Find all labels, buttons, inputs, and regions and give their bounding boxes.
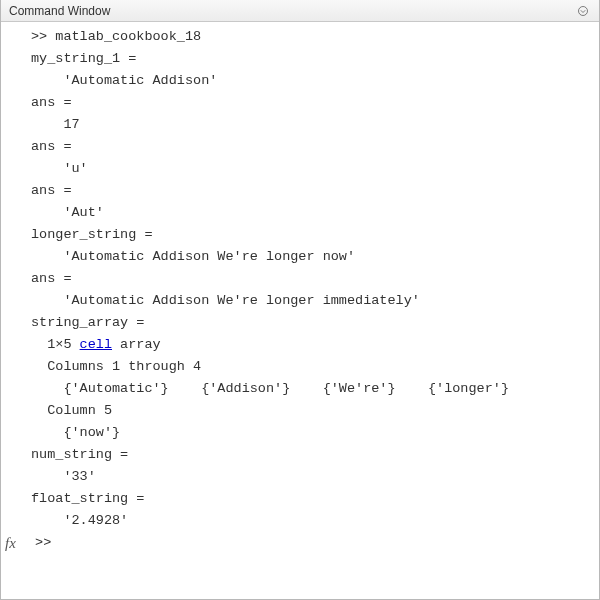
command-window-content[interactable]: >> matlab_cookbook_18 my_string_1 = 'Aut…	[1, 22, 599, 599]
output-line: num_string =	[1, 444, 599, 466]
output-line: longer_string =	[1, 224, 599, 246]
svg-point-0	[579, 6, 588, 15]
output-line: '33'	[1, 466, 599, 488]
output-line: 'Aut'	[1, 202, 599, 224]
output-line: my_string_1 =	[1, 48, 599, 70]
fx-icon[interactable]: fx	[5, 532, 27, 554]
output-line: '2.4928'	[1, 510, 599, 532]
output-line: {'Automatic'} {'Addison'} {'We're'} {'lo…	[1, 378, 599, 400]
output-line: >> matlab_cookbook_18	[1, 26, 599, 48]
output-line: 17	[1, 114, 599, 136]
prompt-text: >>	[27, 532, 59, 554]
output-line: string_array =	[1, 312, 599, 334]
window-title: Command Window	[9, 4, 110, 18]
prompt-row[interactable]: fx >>	[1, 532, 599, 554]
output-line: ans =	[1, 268, 599, 290]
text-fragment: 1×5	[31, 337, 80, 352]
output-line: 'u'	[1, 158, 599, 180]
cell-type-link[interactable]: cell	[80, 337, 112, 352]
window-menu-icon[interactable]	[575, 3, 591, 19]
text-fragment: array	[112, 337, 161, 352]
output-line: ans =	[1, 92, 599, 114]
output-line: 'Automatic Addison'	[1, 70, 599, 92]
output-line: ans =	[1, 180, 599, 202]
output-line: float_string =	[1, 488, 599, 510]
output-line: ans =	[1, 136, 599, 158]
output-line: 'Automatic Addison We're longer now'	[1, 246, 599, 268]
output-line: Columns 1 through 4	[1, 356, 599, 378]
output-line: 1×5 cell array	[1, 334, 599, 356]
output-line: {'now'}	[1, 422, 599, 444]
output-line: Column 5	[1, 400, 599, 422]
title-bar: Command Window	[1, 0, 599, 22]
output-line: 'Automatic Addison We're longer immediat…	[1, 290, 599, 312]
